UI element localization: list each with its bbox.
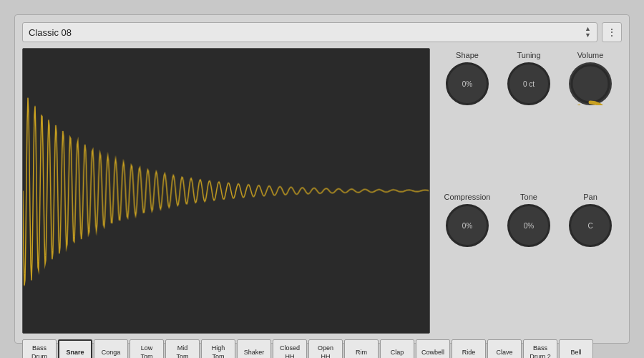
tuning-group: Tuning 0 ct — [500, 51, 557, 188]
tone-label: Tone — [520, 193, 537, 201]
tuning-knob[interactable]: 0 ct — [507, 62, 550, 105]
preset-selector[interactable]: Classic 08 ▲▼ — [22, 22, 597, 42]
menu-button[interactable]: ⋮ — [602, 22, 622, 42]
tone-group: Tone 0% — [500, 193, 557, 330]
pad-item: High TomMS — [201, 339, 235, 358]
pad-name-box[interactable]: Clap — [380, 339, 414, 358]
shape-label: Shape — [456, 51, 479, 59]
pad-name-box[interactable]: Shaker — [237, 339, 271, 358]
plugin-container: Classic 08 ▲▼ ⋮ Shape 0% — [14, 14, 630, 344]
pad-item: CongaMS — [94, 339, 128, 358]
volume-label: Volume — [577, 51, 604, 59]
main-area: Shape 0% Tuning 0 ct — [22, 48, 622, 334]
pad-name-box[interactable]: Snare — [58, 339, 92, 358]
compression-value: 0% — [462, 222, 472, 230]
tuning-value: 0 ct — [523, 80, 535, 88]
shape-value: 0% — [462, 80, 472, 88]
pad-name-box[interactable]: Rim — [344, 339, 379, 358]
shape-group: Shape 0% — [439, 51, 496, 188]
svg-point-1 — [572, 65, 609, 102]
pad-name-box[interactable]: Closed HH — [273, 339, 307, 358]
pad-name-box[interactable]: Bass Drum — [22, 339, 57, 358]
pads-row: Bass DrumMSSnareMSCongaMSLow TomMSMid To… — [22, 339, 622, 358]
waveform-canvas — [23, 49, 429, 333]
pad-name-box[interactable]: Conga — [94, 339, 128, 358]
pad-item: Low TomMS — [130, 339, 164, 358]
tone-value: 0% — [524, 222, 534, 230]
pad-item: ShakerMS — [237, 339, 271, 358]
pad-name-box[interactable]: High Tom — [201, 339, 235, 358]
pad-name-box[interactable]: Clave — [487, 339, 522, 358]
pad-item: CowbellMS — [416, 339, 450, 358]
drum-pads-area: Bass DrumMSSnareMSCongaMSLow TomMSMid To… — [22, 339, 622, 358]
pad-item: RideMS — [452, 339, 486, 358]
pad-name-box[interactable]: Bass Drum 2 — [523, 339, 557, 358]
compression-label: Compression — [444, 193, 491, 201]
pad-name-box[interactable]: Bell — [559, 339, 593, 358]
compression-group: Compression 0% — [439, 193, 496, 330]
volume-knob[interactable]: +0.0 dB — [569, 62, 612, 105]
preset-name: Classic 08 — [29, 27, 72, 38]
pad-name-box[interactable]: Cowbell — [416, 339, 450, 358]
pad-item: SnareMS — [58, 339, 92, 358]
pan-label: Pan — [583, 193, 597, 201]
pan-group: Pan C — [562, 193, 619, 330]
compression-knob[interactable]: 0% — [446, 204, 489, 247]
pan-knob[interactable]: C — [569, 204, 612, 247]
pad-item: ClapMS — [380, 339, 414, 358]
shape-knob[interactable]: 0% — [446, 62, 489, 105]
pad-item: Bass Drum 2MS — [523, 339, 557, 358]
pad-item: Bass DrumMS — [22, 339, 57, 358]
header: Classic 08 ▲▼ ⋮ — [22, 22, 622, 42]
pad-name-box[interactable]: Ride — [452, 339, 486, 358]
pad-item: Closed HHMS — [273, 339, 307, 358]
pad-item: Mid TomMS — [165, 339, 200, 358]
volume-group: Volume +0.0 dB — [562, 51, 619, 188]
pad-name-box[interactable]: Low Tom — [130, 339, 164, 358]
tuning-label: Tuning — [517, 51, 540, 59]
pad-item: ClaveMS — [487, 339, 522, 358]
preset-arrows-icon: ▲▼ — [585, 26, 591, 39]
tone-knob[interactable]: 0% — [507, 204, 550, 247]
pad-name-box[interactable]: Mid Tom — [165, 339, 200, 358]
pad-name-box[interactable]: Open HH — [308, 339, 343, 358]
pad-item: RimMS — [344, 339, 379, 358]
pad-item: Open HHMS — [308, 339, 343, 358]
pad-item: BellMS — [559, 339, 593, 358]
pan-value: C — [587, 222, 592, 230]
controls-panel: Shape 0% Tuning 0 ct — [436, 48, 622, 334]
waveform-panel — [22, 48, 430, 334]
